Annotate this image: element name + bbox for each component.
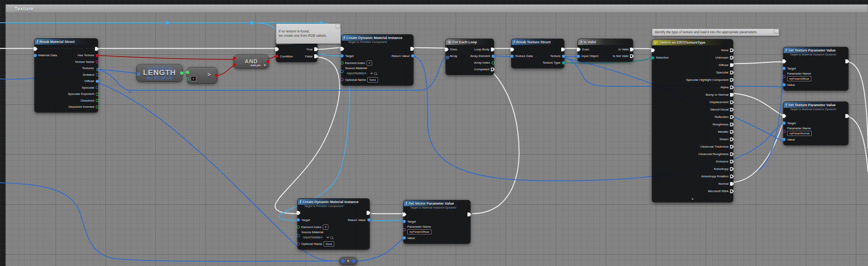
purple-pin-icon[interactable] xyxy=(297,242,300,245)
add-pin-plus-icon[interactable]: + xyxy=(264,63,266,67)
node-header[interactable]: ↻For Each Loop xyxy=(446,39,494,45)
blue-pin-icon[interactable] xyxy=(782,138,786,141)
exec-pin-icon[interactable] xyxy=(491,48,495,52)
pin-value[interactable]: Value xyxy=(782,81,812,88)
pin-anisotropy[interactable]: Anisotropy xyxy=(713,165,735,173)
exec-pin-icon[interactable] xyxy=(730,78,734,82)
pin-selection[interactable]: Selection xyxy=(650,54,669,61)
node-header[interactable]: fBreak Texture Struct xyxy=(512,39,564,45)
blue-pin-icon[interactable] xyxy=(297,218,300,221)
red-pin-icon[interactable] xyxy=(267,60,270,63)
wire-dot[interactable] xyxy=(250,21,254,25)
exec-pin-icon[interactable] xyxy=(730,130,734,134)
exec-pin-icon[interactable] xyxy=(651,48,655,52)
node-set-vector-parameter-value[interactable]: fSet Vector Parameter ValueTarget is Mat… xyxy=(403,200,471,244)
green-pin-icon[interactable] xyxy=(186,71,189,74)
pin-microsoft-rma[interactable]: Microsoft RMA xyxy=(707,187,735,195)
exec-pin-icon[interactable] xyxy=(510,48,514,52)
wire-white[interactable] xyxy=(275,57,340,214)
pin-green-left-1[interactable]: 0 xyxy=(185,75,197,82)
wire-white[interactable] xyxy=(733,117,785,182)
array-wire-marker[interactable] xyxy=(129,90,129,91)
comment-resize-handle[interactable] xyxy=(336,24,340,29)
exec-pin-icon[interactable] xyxy=(297,211,301,215)
dropdown-caret-icon[interactable]: ▼ xyxy=(364,72,367,75)
exec-pin-icon[interactable] xyxy=(730,115,734,119)
purple-pin-icon[interactable] xyxy=(782,75,786,78)
pin-exec-right-0[interactable] xyxy=(560,46,566,53)
node-create-dynamic-material-instance-1[interactable]: fCreate Dynamic Material InstanceTarget … xyxy=(341,34,413,86)
exec-pin-icon[interactable] xyxy=(561,48,565,52)
exec-pin-icon[interactable] xyxy=(730,137,734,141)
green-pin-icon[interactable] xyxy=(96,93,99,96)
node-and[interactable]: ANDAdd pin+ xyxy=(234,55,269,68)
pin-none[interactable]: None xyxy=(720,46,735,54)
pin-reflection[interactable]: Reflection xyxy=(714,113,735,121)
value-input[interactable]: 0 xyxy=(367,61,372,66)
pin-source-material[interactable]: Source MaterialimportTestMat▼◄ xyxy=(296,230,335,240)
pin-exec-right-0[interactable] xyxy=(366,209,371,216)
pin-loop-body[interactable]: Loop Body xyxy=(474,46,496,53)
exec-pin-icon[interactable] xyxy=(845,59,849,63)
blue-pin-icon[interactable] xyxy=(96,86,99,89)
value-input[interactable]: myParamDiffuse xyxy=(787,76,811,81)
pin-red-left-0[interactable] xyxy=(232,55,237,62)
pin-exec-left-0[interactable] xyxy=(782,58,812,65)
exec-pin-icon[interactable] xyxy=(782,114,786,118)
node-create-dynamic-material-instance-2[interactable]: fCreate Dynamic Material InstanceTarget … xyxy=(297,198,370,250)
blue-pin-icon[interactable] xyxy=(411,54,414,57)
array-pin-icon[interactable] xyxy=(97,68,97,69)
pin-exec-right-0[interactable] xyxy=(410,45,415,52)
exec-pin-icon[interactable] xyxy=(730,189,734,193)
exec-pin-icon[interactable] xyxy=(730,145,734,149)
blue-pin-icon[interactable] xyxy=(297,234,300,237)
browse-to-asset-icon[interactable] xyxy=(330,236,333,239)
pin-bump-or-normal[interactable]: Bump or Normal xyxy=(705,91,735,98)
array-pin-icon[interactable] xyxy=(446,56,447,57)
node-switch-on-ertitexturetype[interactable]: Ɛ*Switch on ERTITextureTypeSelectionNone… xyxy=(652,39,733,202)
pin-exec-left-0[interactable] xyxy=(510,46,533,53)
collapse-pins-arrow[interactable]: ▲ xyxy=(652,197,733,202)
exec-pin-icon[interactable] xyxy=(314,47,318,51)
blue-pin-icon[interactable] xyxy=(403,220,406,223)
pin-specular-exponent[interactable]: Specular Exponent xyxy=(67,91,100,98)
blue-pin-icon[interactable] xyxy=(562,55,565,58)
pin-dissolved-inverted[interactable]: Dissolved Inverted xyxy=(68,104,100,111)
pin-value[interactable]: Value xyxy=(782,136,813,143)
green-pin-icon[interactable] xyxy=(492,61,495,64)
teal-pin-icon[interactable] xyxy=(562,61,565,64)
green-pin-icon[interactable] xyxy=(96,105,99,109)
wire-white[interactable] xyxy=(847,116,868,172)
node-is-valid[interactable]: ?Is ValidExecInput ObjectIs ValidIs Not … xyxy=(578,39,633,62)
pin-true[interactable]: True xyxy=(306,46,319,53)
wire-cyan[interactable] xyxy=(372,220,403,221)
pin-exec-left-0[interactable] xyxy=(650,46,669,54)
comment-bubble-switch[interactable]: Identify the type of texture and load it… xyxy=(652,29,779,36)
pin-optional-name[interactable]: Optional NameNone xyxy=(340,76,379,83)
wire-blue[interactable] xyxy=(758,70,783,171)
blue-pin-icon[interactable] xyxy=(510,55,514,58)
pin-ambient[interactable]: Ambient xyxy=(82,71,100,78)
pin-red-left-1[interactable] xyxy=(232,62,237,68)
exec-pin-icon[interactable] xyxy=(275,47,279,51)
exec-pin-icon[interactable] xyxy=(730,71,734,75)
wire-blue[interactable] xyxy=(494,56,510,57)
green-pin-icon[interactable] xyxy=(340,61,344,64)
value-input[interactable]: myParamNormal xyxy=(787,131,812,136)
pin-return-value[interactable]: Return Value xyxy=(391,52,415,59)
asset-dropdown[interactable]: importTestMat▼ xyxy=(345,71,369,76)
pin-diffuse[interactable]: Diffuse xyxy=(84,78,100,85)
exec-pin-icon[interactable] xyxy=(730,182,734,186)
blue-pin-icon[interactable] xyxy=(782,67,786,70)
exec-pin-icon[interactable] xyxy=(467,212,471,216)
add-pin-label[interactable]: Add pin xyxy=(251,64,261,67)
purple-pin-icon[interactable] xyxy=(782,130,786,133)
pin-clearcoat-roughness[interactable]: Clearcoat Roughness xyxy=(698,150,735,158)
pin-optional-name[interactable]: Optional NameNone xyxy=(296,240,335,247)
value-input[interactable]: 0 xyxy=(323,225,328,230)
pin-diffuse[interactable]: Diffuse xyxy=(718,61,735,69)
pin-stencil-decal[interactable]: Stencil Decal xyxy=(709,106,735,113)
pin-texture-name[interactable]: Texture Name xyxy=(74,59,100,65)
pin-exec-right-0[interactable] xyxy=(467,211,472,218)
pin-exec-left-0[interactable] xyxy=(340,45,379,52)
